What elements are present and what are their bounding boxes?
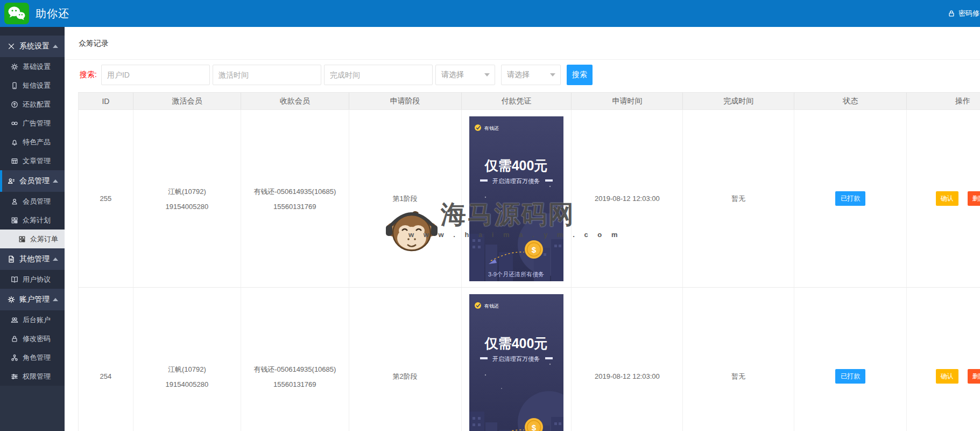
sidebar-item-label: 特色产品 xyxy=(23,137,51,147)
sidebar-item-basic-settings[interactable]: 基础设置 xyxy=(0,57,65,76)
cell-stage: 第1阶段 xyxy=(349,110,462,287)
search-bar: 搜索: 请选择 请选择 搜索 xyxy=(80,65,593,85)
app-title: 助你还 xyxy=(36,6,69,21)
payee-name: 有钱还-050614935(10685) xyxy=(253,365,336,374)
cell-stage: 第2阶段 xyxy=(349,288,462,431)
table-header-row: ID 激活会员 收款会员 申请阶段 付款凭证 申请时间 完成时间 状态 操作 xyxy=(79,92,980,110)
cell-id: 254 xyxy=(79,288,133,431)
sidebar-item-label: 短信设置 xyxy=(23,81,51,91)
status-badge[interactable]: 已打款 xyxy=(835,369,865,384)
person-icon xyxy=(11,198,18,205)
filter-select-2[interactable]: 请选择 xyxy=(501,65,561,85)
sidebar-group-account-management[interactable]: 账户管理 xyxy=(0,289,65,310)
filter-select-1[interactable]: 请选择 xyxy=(435,65,495,85)
payee-name: 有钱还-050614935(10685) xyxy=(253,187,336,197)
svg-text:有钱还: 有钱还 xyxy=(484,126,499,131)
caret-up-icon xyxy=(53,298,58,301)
sidebar-group-other-management[interactable]: 其他管理 xyxy=(0,248,65,270)
delete-button[interactable]: 删除 xyxy=(968,191,980,206)
sidebar-group-label: 会员管理 xyxy=(19,176,50,186)
sidebar-group-label: 账户管理 xyxy=(19,295,50,304)
sidebar-item-label: 修改密码 xyxy=(23,334,51,344)
gear-icon xyxy=(8,296,15,303)
cell-status: 已打款 xyxy=(794,110,907,287)
activate-time-input[interactable] xyxy=(213,65,321,85)
status-badge[interactable]: 已打款 xyxy=(835,191,865,206)
sidebar-item-ad-management[interactable]: 广告管理 xyxy=(0,114,65,133)
change-password-link[interactable]: 密码修改 xyxy=(948,0,980,27)
sidebar-item-repayment-config[interactable]: 还款配置 xyxy=(0,95,65,114)
col-finish-time: 完成时间 xyxy=(683,93,794,109)
activate-name: 江帆(10792) xyxy=(168,187,206,197)
cell-status: 已打款 xyxy=(794,288,907,431)
sidebar-item-crowdfunding-orders[interactable]: 众筹订单 xyxy=(0,230,65,248)
sidebar-group-member-management[interactable]: 会员管理 xyxy=(0,170,65,192)
wechat-logo-icon xyxy=(4,3,29,24)
col-apply-time: 申请时间 xyxy=(572,93,683,109)
sidebar-item-crowdfunding-plan[interactable]: 众筹计划 xyxy=(0,211,65,230)
col-activate-member: 激活会员 xyxy=(133,93,241,109)
svg-text:开启清理百万债务: 开启清理百万债务 xyxy=(492,178,540,184)
grid-icon xyxy=(11,217,18,224)
sidebar-item-backend-accounts[interactable]: 后台账户 xyxy=(0,310,65,329)
payment-voucher-image[interactable]: 有钱还 仅需400元 开启清理百万债务 3-9个月还清所有债务 xyxy=(469,294,563,431)
search-label: 搜索: xyxy=(80,70,97,80)
sidebar-group-system-settings[interactable]: 系统设置 xyxy=(0,36,65,57)
permission-icon xyxy=(11,373,18,380)
grid-icon xyxy=(18,235,26,243)
watermark-title: 海马源码网 xyxy=(441,200,621,228)
link-icon xyxy=(11,120,18,127)
user-id-input[interactable] xyxy=(101,65,210,85)
confirm-button[interactable]: 确认 xyxy=(936,191,958,206)
sidebar: 系统设置 基础设置 短信设置 还款配置 广告管理 特色产品 文章管理 会员管理 … xyxy=(0,27,65,431)
file-icon xyxy=(8,255,15,263)
change-password-label: 密码修改 xyxy=(958,9,980,18)
sidebar-item-article-management[interactable]: 文章管理 xyxy=(0,151,65,170)
svg-text:3-9个月还清所有债务: 3-9个月还清所有债务 xyxy=(488,271,544,277)
book-icon xyxy=(11,276,18,283)
cell-payment-voucher: 有钱还 仅需400元 开启清理百万债务 3-9个月还清所有债务 xyxy=(462,288,572,431)
sidebar-item-role-management[interactable]: 角色管理 xyxy=(0,348,65,367)
col-id: ID xyxy=(79,93,133,109)
member-icon xyxy=(8,177,15,185)
sidebar-item-user-agreement[interactable]: 用户协议 xyxy=(0,270,65,289)
lock-icon xyxy=(948,10,955,17)
sidebar-item-label: 权限管理 xyxy=(23,372,51,381)
sidebar-item-label: 基础设置 xyxy=(23,62,51,72)
col-status: 状态 xyxy=(794,93,907,109)
cell-actions: 确认 删除 xyxy=(907,288,980,431)
sidebar-item-sms-settings[interactable]: 短信设置 xyxy=(0,76,65,95)
main-content: 众筹记录 搜索: 请选择 请选择 搜索 ID 激活会员 收款会员 申请阶段 付款… xyxy=(65,27,980,431)
users-icon xyxy=(11,316,18,324)
sidebar-item-change-password[interactable]: 修改密码 xyxy=(0,329,65,348)
sidebar-item-member-management[interactable]: 会员管理 xyxy=(0,192,65,211)
finish-time-input[interactable] xyxy=(324,65,433,85)
cell-activate-member: 江帆(10792) 19154005280 xyxy=(133,288,241,431)
caret-up-icon xyxy=(53,258,58,261)
search-button[interactable]: 搜索 xyxy=(567,65,593,85)
cell-actions: 确认 删除 xyxy=(907,110,980,287)
sidebar-footer xyxy=(0,386,65,431)
page-title: 众筹记录 xyxy=(79,39,109,48)
watermark-url: w w w . h a i m a . y m . c o m xyxy=(408,231,621,239)
sidebar-item-label: 用户协议 xyxy=(23,275,51,284)
role-tree-icon xyxy=(11,354,18,362)
confirm-button[interactable]: 确认 xyxy=(936,369,958,384)
caret-up-icon xyxy=(53,179,58,183)
payee-phone: 15560131769 xyxy=(273,203,316,211)
svg-text:有钱还: 有钱还 xyxy=(484,303,499,309)
sidebar-item-label: 会员管理 xyxy=(23,197,51,206)
sidebar-item-label: 后台账户 xyxy=(23,315,51,325)
sidebar-group-label: 系统设置 xyxy=(19,41,50,51)
select-value: 请选择 xyxy=(507,70,530,80)
table-row: 254 江帆(10792) 19154005280 有钱还-050614935(… xyxy=(79,288,980,431)
delete-button[interactable]: 删除 xyxy=(968,369,980,384)
col-payee-member: 收款会员 xyxy=(241,93,349,109)
sidebar-item-permission-management[interactable]: 权限管理 xyxy=(0,367,65,386)
select-value: 请选择 xyxy=(441,70,464,80)
sidebar-item-featured-products[interactable]: 特色产品 xyxy=(0,133,65,151)
phone-icon xyxy=(11,82,18,89)
table-row: 255 江帆(10792) 19154005280 有钱还-050614935(… xyxy=(79,110,980,288)
cell-id: 255 xyxy=(79,110,133,287)
svg-text:开启清理百万债务: 开启清理百万债务 xyxy=(492,356,540,362)
